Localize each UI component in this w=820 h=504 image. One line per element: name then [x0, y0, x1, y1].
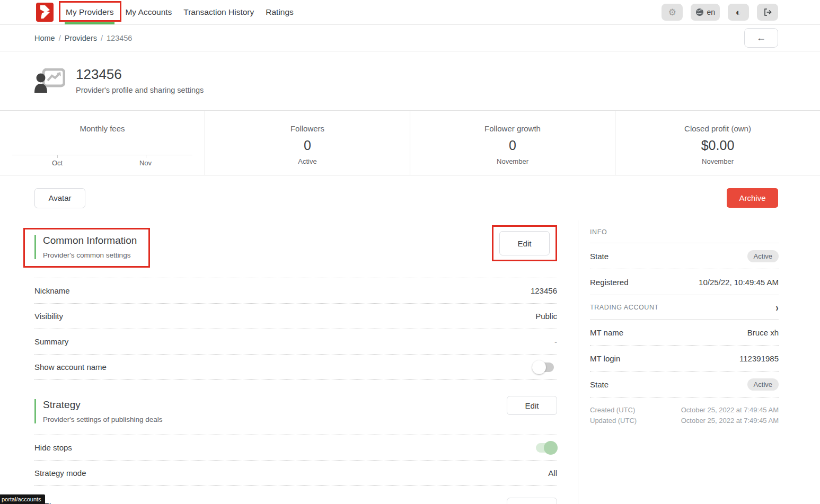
field-value: - — [554, 337, 557, 346]
link-status-bar: portal/accounts — [0, 494, 45, 504]
common-information-rows: Nickname 123456 Visibility Public Summar… — [34, 278, 557, 380]
section-title: Finance — [43, 501, 79, 504]
stat-title: Monthly fees — [80, 124, 125, 133]
field-value: All — [548, 468, 557, 478]
field-label: Nickname — [34, 286, 70, 295]
profile-header: 123456 Provider's profile and sharing se… — [0, 51, 820, 110]
field-label: Show account name — [34, 362, 107, 372]
gear-icon: ⚙ — [668, 8, 676, 17]
row-registered: Registered 10/25/22, 10:49:45 AM — [590, 269, 779, 295]
annotation-box-edit-button: Edit — [492, 225, 557, 261]
breadcrumb-home[interactable]: Home — [34, 34, 55, 42]
info-section-title: INFO — [590, 220, 779, 243]
row-visibility: Visibility Public — [34, 304, 557, 329]
side-label: State — [590, 252, 609, 261]
axis-label-nov: Nov — [139, 159, 152, 167]
breadcrumb-current: 123456 — [107, 34, 132, 42]
edit-common-button[interactable]: Edit — [499, 231, 550, 255]
breadcrumb-row: Home / Providers / 123456 ← — [0, 25, 820, 51]
stat-title: Closed profit (own) — [684, 124, 751, 133]
created-line: Created (UTC) October 25, 2022 at 7:49:4… — [590, 405, 779, 415]
show-account-name-toggle[interactable] — [536, 362, 554, 372]
meta-label: Updated (UTC) — [590, 415, 637, 426]
stat-monthly-fees: Monthly fees Oct Nov — [0, 111, 205, 175]
section-title: Common Information — [43, 235, 137, 246]
row-state: State Active — [590, 243, 779, 269]
main-column: Common Information Provider's common set… — [34, 220, 557, 504]
tab-transaction-history[interactable]: Transaction History — [178, 0, 260, 24]
avatar-button[interactable]: Avatar — [34, 188, 85, 208]
tab-label: My Providers — [66, 7, 113, 17]
row-summary: Summary - — [34, 329, 557, 355]
language-button[interactable]: en — [691, 4, 720, 21]
side-value: 112391985 — [739, 354, 779, 363]
tab-label: My Accounts — [125, 7, 172, 17]
back-button[interactable]: ← — [744, 28, 778, 48]
timestamps-block: Created (UTC) October 25, 2022 at 7:49:4… — [590, 405, 779, 426]
settings-button[interactable]: ⚙ — [662, 4, 683, 21]
row-show-account-name: Show account name — [34, 355, 557, 380]
logout-button[interactable] — [757, 4, 778, 21]
stat-value: 0 — [509, 138, 516, 153]
row-hide-stops: Hide stops — [34, 435, 557, 461]
section-common-information: Common Information Provider's common set… — [34, 220, 557, 268]
status-badge: Active — [747, 378, 779, 391]
stat-closed-profit: Closed profit (own) $0.00 November — [615, 111, 820, 175]
side-label: Registered — [590, 278, 629, 287]
theme-toggle-button[interactable]: ◐ — [728, 4, 749, 21]
profile-title-block: 123456 Provider's profile and sharing se… — [76, 66, 204, 94]
section-finance: Finance Edit — [34, 498, 557, 504]
field-label: Strategy mode — [34, 468, 86, 478]
breadcrumb-separator: / — [101, 34, 103, 42]
tab-my-accounts[interactable]: My Accounts — [119, 0, 178, 24]
stat-caption: November — [702, 157, 734, 165]
stat-title: Followers — [290, 124, 324, 133]
archive-button[interactable]: Archive — [727, 188, 778, 208]
meta-value: October 25, 2022 at 7:49:45 AM — [681, 405, 779, 415]
edit-strategy-button[interactable]: Edit — [507, 396, 557, 415]
nav-action-buttons: ⚙ en ◐ — [662, 4, 778, 21]
globe-icon — [695, 8, 704, 16]
section-subtitle: Provider's settings of publishing deals — [43, 415, 162, 423]
edit-finance-button[interactable]: Edit — [507, 498, 557, 504]
section-strategy: Strategy Provider's settings of publishi… — [34, 396, 557, 423]
side-label: MT name — [590, 328, 623, 337]
trading-account-header[interactable]: TRADING ACCOUNT › — [590, 295, 779, 320]
tab-my-providers[interactable]: My Providers — [60, 0, 119, 24]
logout-icon — [763, 8, 772, 16]
stat-title: Follower growth — [484, 124, 541, 133]
row-mt-state: State Active — [590, 372, 779, 397]
page-body: Common Information Provider's common set… — [0, 220, 820, 504]
active-tab-underline — [65, 22, 114, 24]
row-nickname: Nickname 123456 — [34, 278, 557, 304]
info-sidebar: INFO State Active Registered 10/25/22, 1… — [590, 220, 779, 504]
brand-logo-icon[interactable] — [36, 3, 54, 22]
stat-caption: Active — [298, 157, 316, 165]
trading-account-title: TRADING ACCOUNT — [590, 304, 659, 311]
hide-stops-toggle[interactable] — [536, 443, 554, 453]
contrast-icon: ◐ — [736, 8, 741, 17]
stat-value: $0.00 — [701, 138, 735, 153]
main-sidebar-divider — [578, 220, 578, 504]
stats-strip: Monthly fees Oct Nov Followers 0 Active … — [0, 110, 820, 175]
side-label: MT login — [590, 354, 620, 363]
field-label: Hide stops — [34, 443, 72, 452]
breadcrumb-providers[interactable]: Providers — [65, 34, 97, 42]
page-subtitle: Provider's profile and sharing settings — [76, 86, 204, 94]
provider-avatar-icon — [34, 68, 65, 93]
strategy-rows: Hide stops Strategy mode All — [34, 435, 557, 486]
stat-followers: Followers 0 Active — [205, 111, 410, 175]
top-navigation: My Providers My Accounts Transaction His… — [0, 0, 820, 25]
actions-row: Avatar Archive — [0, 175, 820, 220]
stat-follower-growth: Follower growth 0 November — [410, 111, 615, 175]
chevron-right-icon[interactable]: › — [775, 301, 779, 314]
row-mt-name: MT name Bruce xh — [590, 320, 779, 346]
breadcrumb-separator: / — [59, 34, 61, 42]
nav-tabs: My Providers My Accounts Transaction His… — [60, 0, 299, 24]
updated-line: Updated (UTC) October 25, 2022 at 7:49:4… — [590, 415, 779, 426]
breadcrumb: Home / Providers / 123456 — [34, 34, 132, 42]
side-value: Bruce xh — [747, 328, 779, 337]
tab-ratings[interactable]: Ratings — [260, 0, 299, 24]
toggle-knob — [532, 360, 546, 374]
field-value: 123456 — [531, 286, 557, 295]
